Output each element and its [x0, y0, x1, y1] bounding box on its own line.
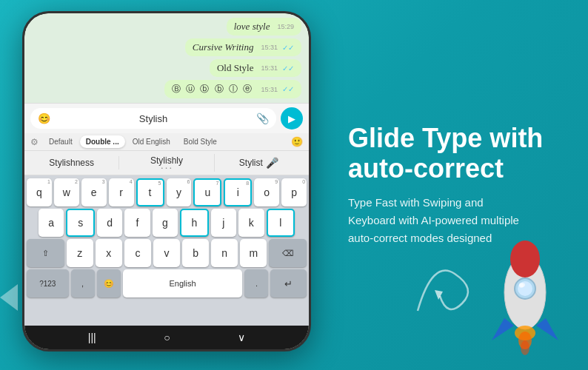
key-s[interactable]: s: [66, 209, 94, 237]
bubble-ticks-2: ✓✓: [282, 44, 294, 52]
key-comma[interactable]: ,: [71, 269, 95, 297]
key-j[interactable]: j: [211, 209, 236, 237]
key-d[interactable]: d: [97, 209, 122, 237]
key-h[interactable]: h: [180, 209, 208, 237]
bottom-nav: ||| ○ ∨: [24, 326, 309, 349]
svg-point-10: [519, 283, 524, 288]
style-tab-double[interactable]: Double ...: [80, 135, 125, 148]
key-a[interactable]: a: [39, 209, 64, 237]
key-row-4: ?123 , 😊 English . ↵: [27, 269, 307, 297]
key-w[interactable]: 2w: [54, 178, 79, 206]
style-tab-default[interactable]: Default: [43, 135, 78, 148]
chat-bubble-3: Old Style 15:31 ✓✓: [210, 59, 301, 77]
key-g[interactable]: g: [153, 209, 178, 237]
key-f[interactable]: f: [124, 209, 150, 237]
style-tab-old-english[interactable]: Old English: [127, 135, 176, 148]
phone-screen: love style 15:29 Cursive Writing 15:31 ✓…: [24, 13, 309, 349]
key-period[interactable]: .: [244, 269, 268, 297]
key-m[interactable]: m: [240, 239, 267, 267]
key-p[interactable]: 0p: [281, 178, 307, 206]
nav-back[interactable]: |||: [88, 332, 96, 343]
suggestion-3-row: Stylist 🎤: [215, 155, 309, 170]
svg-marker-6: [536, 318, 558, 340]
suggestion-2-dots: • • •: [161, 166, 173, 170]
suggestion-2[interactable]: Stylishly • • •: [119, 154, 214, 172]
key-q[interactable]: 1q: [27, 178, 52, 206]
key-y[interactable]: 6y: [167, 178, 192, 206]
bubble-text-1: love style: [234, 21, 270, 33]
key-c[interactable]: c: [124, 239, 151, 267]
bubble-text-3: Old Style: [217, 62, 253, 74]
emoji-face-icon[interactable]: 🙂: [291, 136, 303, 147]
input-text: Stylish: [139, 113, 167, 124]
suggestion-1[interactable]: Stylishness: [24, 156, 119, 169]
chat-bubble-2: Cursive Writing 15:31 ✓✓: [185, 38, 301, 56]
suggestion-bar: Stylishness Stylishly • • • Stylist 🎤: [24, 151, 309, 175]
arrow-left-icon: [0, 284, 18, 311]
key-b[interactable]: b: [182, 239, 209, 267]
keyboard-area: 1q 2w 3e 4r 5t 6y 7u 8i 9o 0p a s d: [24, 175, 309, 326]
bubble-ticks-3: ✓✓: [282, 64, 294, 73]
emoji-icon[interactable]: 😊: [38, 112, 50, 124]
key-row-1: 1q 2w 3e 4r 5t 6y 7u 8i 9o 0p: [27, 178, 307, 206]
bubble-time-4: 15:31: [261, 86, 278, 93]
nav-recent[interactable]: ∨: [238, 332, 245, 343]
key-backspace[interactable]: ⌫: [269, 239, 307, 267]
key-l[interactable]: l: [267, 209, 295, 237]
key-k[interactable]: k: [238, 209, 264, 237]
prediction-bar: ⚙ Default Double ... Old English Bold St…: [24, 133, 309, 151]
bubble-time-2: 15:31: [261, 44, 278, 51]
key-row-3: ⇧ z x c v b n m ⌫: [27, 239, 307, 267]
key-v[interactable]: v: [153, 239, 180, 267]
key-row-2: a s d f g h j k l: [27, 209, 307, 237]
input-field[interactable]: 😊 Stylish 📎: [30, 108, 276, 129]
key-enter[interactable]: ↵: [270, 269, 307, 297]
input-bar: 😊 Stylish 📎 ▶: [24, 103, 309, 133]
key-t[interactable]: 5t: [136, 178, 164, 206]
bubble-ticks-4: ✓✓: [282, 85, 294, 93]
chat-bubble-4: Ⓑ ⓤ ⓑ ⓑ ⓛ ⓔ 15:31 ✓✓: [164, 80, 301, 98]
chat-bubble-1: love style 15:29: [227, 18, 301, 36]
key-shift[interactable]: ⇧: [27, 239, 64, 267]
key-x[interactable]: x: [96, 239, 122, 267]
main-title: Glide Type with auto-correct: [348, 123, 566, 184]
key-z[interactable]: z: [67, 239, 93, 267]
key-e[interactable]: 3e: [81, 178, 107, 206]
clip-icon[interactable]: 📎: [256, 112, 269, 124]
key-n[interactable]: n: [211, 239, 238, 267]
chat-area: love style 15:29 Cursive Writing 15:31 ✓…: [24, 13, 309, 103]
bubble-text-2: Cursive Writing: [193, 41, 254, 53]
key-emoji-kb[interactable]: 😊: [97, 269, 121, 297]
bubble-time-1: 15:29: [277, 23, 294, 30]
style-tab-bold[interactable]: Bold Style: [178, 135, 223, 148]
svg-point-1: [510, 240, 540, 278]
svg-point-3: [518, 281, 532, 296]
mic-icon[interactable]: 🎤: [266, 157, 284, 169]
key-i[interactable]: 8i: [224, 178, 252, 206]
spiral-arrow-svg: [410, 252, 499, 326]
gear-icon[interactable]: ⚙: [30, 137, 39, 147]
suggestion-2-text: Stylishly: [150, 155, 183, 166]
phone-mockup: love style 15:29 Cursive Writing 15:31 ✓…: [22, 11, 333, 359]
key-num[interactable]: ?123: [27, 269, 69, 297]
key-u[interactable]: 7u: [193, 178, 221, 206]
phone-frame: love style 15:29 Cursive Writing 15:31 ✓…: [22, 11, 311, 352]
bubble-text-4: Ⓑ ⓤ ⓑ ⓑ ⓛ ⓔ: [172, 83, 254, 95]
key-r[interactable]: 4r: [109, 178, 134, 206]
nav-home[interactable]: ○: [164, 332, 170, 343]
suggestion-3[interactable]: Stylist: [239, 158, 263, 168]
key-space[interactable]: English: [123, 269, 243, 297]
svg-point-9: [521, 340, 529, 355]
key-o[interactable]: 9o: [254, 178, 279, 206]
send-button[interactable]: ▶: [281, 107, 303, 130]
right-panel: Glide Type with auto-correct Type Fast w…: [333, 123, 566, 248]
bubble-time-3: 15:31: [261, 64, 278, 72]
